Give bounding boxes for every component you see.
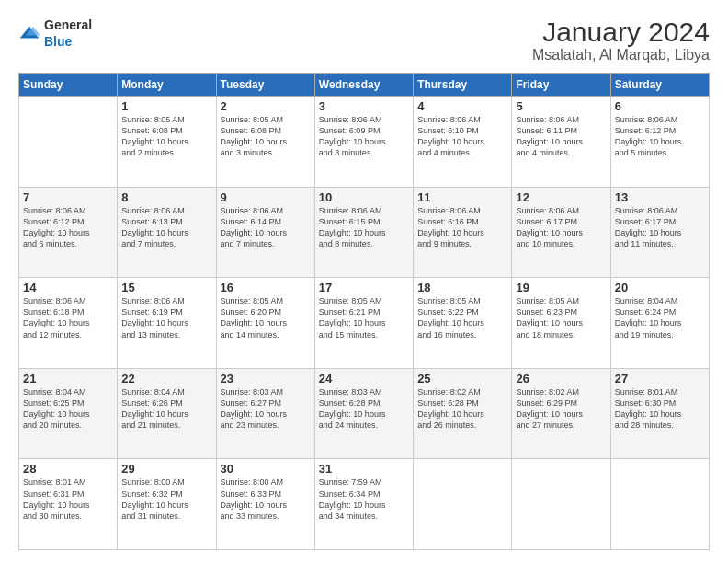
day-info: Sunrise: 8:00 AM Sunset: 6:32 PM Dayligh… (121, 477, 211, 522)
day-number: 29 (121, 462, 211, 476)
day-number: 20 (615, 281, 705, 294)
day-number: 4 (417, 99, 507, 113)
day-info: Sunrise: 8:06 AM Sunset: 6:19 PM Dayligh… (121, 295, 211, 340)
day-number: 19 (516, 281, 606, 294)
day-info: Sunrise: 8:06 AM Sunset: 6:11 PM Dayligh… (516, 114, 606, 159)
day-info: Sunrise: 8:06 AM Sunset: 6:17 PM Dayligh… (615, 205, 705, 250)
day-number: 22 (121, 372, 211, 385)
day-number: 31 (319, 462, 409, 476)
logo: General Blue (18, 17, 92, 50)
day-number: 25 (417, 372, 507, 385)
calendar-cell: 7Sunrise: 8:06 AM Sunset: 6:12 PM Daylig… (19, 187, 118, 278)
calendar-cell: 4Sunrise: 8:06 AM Sunset: 6:10 PM Daylig… (414, 97, 512, 188)
calendar-cell: 18Sunrise: 8:05 AM Sunset: 6:22 PM Dayli… (414, 278, 512, 369)
day-number: 3 (319, 99, 409, 113)
day-info: Sunrise: 8:03 AM Sunset: 6:27 PM Dayligh… (221, 386, 311, 431)
col-header-saturday: Saturday (610, 74, 709, 97)
col-header-friday: Friday (512, 74, 610, 97)
day-number: 21 (23, 372, 113, 385)
day-number: 8 (121, 190, 211, 204)
col-header-tuesday: Tuesday (216, 74, 314, 97)
day-info: Sunrise: 8:06 AM Sunset: 6:15 PM Dayligh… (319, 205, 409, 250)
day-number: 6 (615, 99, 705, 113)
week-row-3: 14Sunrise: 8:06 AM Sunset: 6:18 PM Dayli… (19, 278, 710, 369)
day-info: Sunrise: 8:00 AM Sunset: 6:33 PM Dayligh… (221, 477, 311, 522)
day-info: Sunrise: 8:05 AM Sunset: 6:08 PM Dayligh… (221, 114, 311, 159)
calendar-cell: 16Sunrise: 8:05 AM Sunset: 6:20 PM Dayli… (216, 278, 314, 369)
calendar-cell: 24Sunrise: 8:03 AM Sunset: 6:28 PM Dayli… (314, 368, 413, 459)
header-row: SundayMondayTuesdayWednesdayThursdayFrid… (19, 74, 710, 97)
calendar-cell (610, 459, 709, 550)
day-number: 12 (516, 190, 606, 204)
calendar-table: SundayMondayTuesdayWednesdayThursdayFrid… (18, 73, 710, 550)
calendar-cell: 12Sunrise: 8:06 AM Sunset: 6:17 PM Dayli… (512, 187, 610, 278)
day-number: 15 (121, 281, 211, 294)
calendar-cell: 5Sunrise: 8:06 AM Sunset: 6:11 PM Daylig… (512, 97, 610, 188)
day-info: Sunrise: 8:06 AM Sunset: 6:16 PM Dayligh… (417, 205, 507, 250)
col-header-wednesday: Wednesday (314, 74, 413, 97)
day-number: 17 (319, 281, 409, 294)
calendar-cell: 6Sunrise: 8:06 AM Sunset: 6:12 PM Daylig… (610, 97, 709, 188)
logo-text: General Blue (44, 17, 92, 50)
day-info: Sunrise: 8:05 AM Sunset: 6:20 PM Dayligh… (221, 295, 311, 340)
col-header-monday: Monday (118, 74, 216, 97)
page: General Blue January 2024 Msalatah, Al M… (0, 0, 728, 563)
day-info: Sunrise: 8:05 AM Sunset: 6:22 PM Dayligh… (417, 295, 507, 340)
calendar-cell: 14Sunrise: 8:06 AM Sunset: 6:18 PM Dayli… (19, 278, 118, 369)
day-number: 5 (516, 99, 606, 113)
day-number: 18 (417, 281, 507, 294)
day-info: Sunrise: 8:01 AM Sunset: 6:31 PM Dayligh… (23, 477, 113, 522)
calendar-cell: 21Sunrise: 8:04 AM Sunset: 6:25 PM Dayli… (19, 368, 118, 459)
day-info: Sunrise: 8:06 AM Sunset: 6:09 PM Dayligh… (319, 114, 409, 159)
calendar-cell (512, 459, 610, 550)
day-info: Sunrise: 8:06 AM Sunset: 6:18 PM Dayligh… (23, 295, 113, 340)
calendar-cell (19, 97, 118, 188)
day-info: Sunrise: 8:06 AM Sunset: 6:12 PM Dayligh… (23, 205, 113, 250)
day-info: Sunrise: 8:06 AM Sunset: 6:10 PM Dayligh… (417, 114, 507, 159)
day-info: Sunrise: 8:04 AM Sunset: 6:25 PM Dayligh… (23, 386, 113, 431)
day-info: Sunrise: 8:03 AM Sunset: 6:28 PM Dayligh… (319, 386, 409, 431)
day-number: 28 (23, 462, 113, 476)
calendar-cell: 23Sunrise: 8:03 AM Sunset: 6:27 PM Dayli… (216, 368, 314, 459)
calendar-cell: 13Sunrise: 8:06 AM Sunset: 6:17 PM Dayli… (610, 187, 709, 278)
calendar-cell: 9Sunrise: 8:06 AM Sunset: 6:14 PM Daylig… (216, 187, 314, 278)
day-info: Sunrise: 8:06 AM Sunset: 6:12 PM Dayligh… (615, 114, 705, 159)
calendar-cell (414, 459, 512, 550)
day-number: 24 (319, 372, 409, 385)
calendar-cell: 2Sunrise: 8:05 AM Sunset: 6:08 PM Daylig… (216, 97, 314, 188)
title-block: January 2024 Msalatah, Al Marqab, Libya (532, 17, 710, 63)
day-number: 13 (615, 190, 705, 204)
header: General Blue January 2024 Msalatah, Al M… (18, 17, 710, 63)
day-number: 1 (121, 99, 211, 113)
day-info: Sunrise: 7:59 AM Sunset: 6:34 PM Dayligh… (319, 477, 409, 522)
week-row-5: 28Sunrise: 8:01 AM Sunset: 6:31 PM Dayli… (19, 459, 710, 550)
day-info: Sunrise: 8:06 AM Sunset: 6:14 PM Dayligh… (221, 205, 311, 250)
day-info: Sunrise: 8:01 AM Sunset: 6:30 PM Dayligh… (615, 386, 705, 431)
day-info: Sunrise: 8:06 AM Sunset: 6:17 PM Dayligh… (516, 205, 606, 250)
day-info: Sunrise: 8:05 AM Sunset: 6:21 PM Dayligh… (319, 295, 409, 340)
day-number: 16 (221, 281, 311, 294)
week-row-1: 1Sunrise: 8:05 AM Sunset: 6:08 PM Daylig… (19, 97, 710, 188)
calendar-cell: 28Sunrise: 8:01 AM Sunset: 6:31 PM Dayli… (19, 459, 118, 550)
day-info: Sunrise: 8:02 AM Sunset: 6:28 PM Dayligh… (417, 386, 507, 431)
day-number: 10 (319, 190, 409, 204)
calendar-cell: 25Sunrise: 8:02 AM Sunset: 6:28 PM Dayli… (414, 368, 512, 459)
day-number: 11 (417, 190, 507, 204)
calendar-cell: 11Sunrise: 8:06 AM Sunset: 6:16 PM Dayli… (414, 187, 512, 278)
day-info: Sunrise: 8:06 AM Sunset: 6:13 PM Dayligh… (121, 205, 211, 250)
calendar-cell: 26Sunrise: 8:02 AM Sunset: 6:29 PM Dayli… (512, 368, 610, 459)
calendar-cell: 29Sunrise: 8:00 AM Sunset: 6:32 PM Dayli… (118, 459, 216, 550)
calendar-cell: 15Sunrise: 8:06 AM Sunset: 6:19 PM Dayli… (118, 278, 216, 369)
col-header-sunday: Sunday (19, 74, 118, 97)
col-header-thursday: Thursday (414, 74, 512, 97)
calendar-cell: 27Sunrise: 8:01 AM Sunset: 6:30 PM Dayli… (610, 368, 709, 459)
day-number: 26 (516, 372, 606, 385)
calendar-cell: 8Sunrise: 8:06 AM Sunset: 6:13 PM Daylig… (118, 187, 216, 278)
day-info: Sunrise: 8:05 AM Sunset: 6:23 PM Dayligh… (516, 295, 606, 340)
day-number: 23 (221, 372, 311, 385)
week-row-2: 7Sunrise: 8:06 AM Sunset: 6:12 PM Daylig… (19, 187, 710, 278)
calendar-cell: 19Sunrise: 8:05 AM Sunset: 6:23 PM Dayli… (512, 278, 610, 369)
day-number: 14 (23, 281, 113, 294)
calendar-cell: 22Sunrise: 8:04 AM Sunset: 6:26 PM Dayli… (118, 368, 216, 459)
day-number: 9 (221, 190, 311, 204)
